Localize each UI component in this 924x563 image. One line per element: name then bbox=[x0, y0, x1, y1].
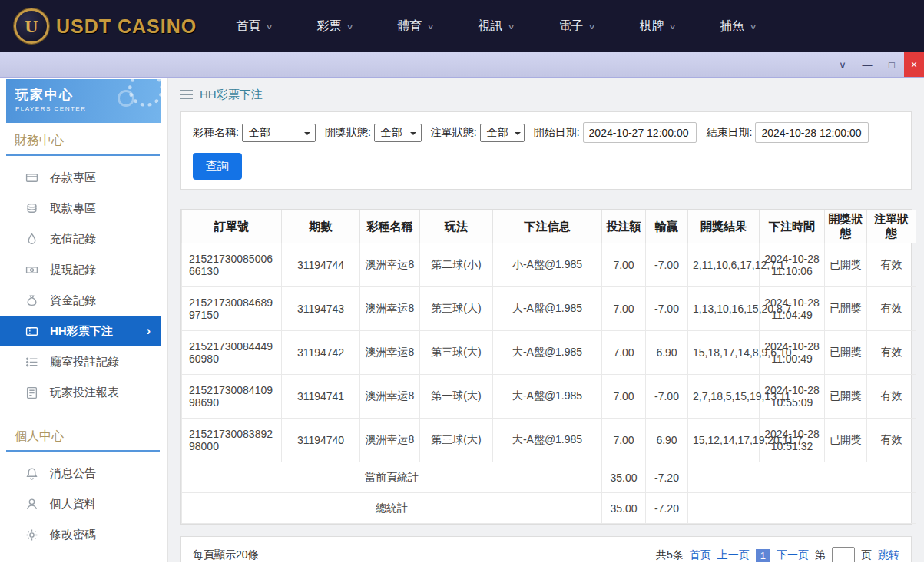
sidebar-item-withdraw[interactable]: 取款專區 bbox=[0, 193, 167, 224]
sidebar-item-label: 充值記錄 bbox=[50, 232, 96, 247]
end-date-input[interactable] bbox=[755, 122, 869, 143]
chevron-down-icon: ∨ bbox=[265, 22, 273, 31]
sidebar-item-hh-lottery-bets[interactable]: HH彩票下注 › bbox=[0, 316, 161, 346]
brand-logo[interactable]: U USDT CASINO bbox=[14, 8, 197, 44]
sidebar-item-funds-records[interactable]: 資金記錄 bbox=[0, 285, 167, 316]
circle-decoration-icon bbox=[118, 90, 134, 107]
sidebar-item-profile[interactable]: 個人資料 bbox=[0, 488, 167, 519]
cell-win-loss: 6.90 bbox=[646, 419, 688, 462]
nav-label: 首頁 bbox=[237, 18, 261, 35]
table-row: 2152173008500666130 31194744 澳洲幸运8 第二球(小… bbox=[182, 243, 916, 287]
next-page-link[interactable]: 下一页 bbox=[777, 548, 809, 562]
chevron-down-icon bbox=[515, 132, 521, 138]
grand-total-bet: 35.00 bbox=[602, 493, 646, 524]
sidebar: 玩家中心 PLAYERS CENTER 財務中心 存款專區 取款專區 充值記錄 … bbox=[0, 78, 168, 562]
nav-item-home[interactable]: 首頁 ∨ bbox=[214, 18, 294, 35]
table-row: 2152173008389298000 31194740 澳洲幸运8 第三球(大… bbox=[182, 419, 916, 462]
table-row: 2152173008410998690 31194741 澳洲幸运8 第一球(大… bbox=[182, 375, 916, 419]
cell-play-type: 第三球(大) bbox=[420, 331, 493, 375]
cell-order-no: 2152173008389298000 bbox=[182, 419, 282, 462]
window-minimize-button[interactable]: — bbox=[855, 52, 879, 77]
col-header-bet-info: 下注信息 bbox=[493, 210, 602, 243]
col-header-order-status: 注單狀態 bbox=[867, 210, 916, 243]
window-chevron-button[interactable]: ∨ bbox=[830, 52, 855, 77]
main-content: HH彩票下注 彩種名稱: 全部 開獎狀態: 全部 注單狀態: 全部 bbox=[168, 78, 924, 562]
cell-bet-info: 大-A盤@1.985 bbox=[493, 287, 602, 331]
page-total-empty bbox=[688, 462, 916, 493]
page-jump-input[interactable] bbox=[832, 547, 855, 562]
wallet-icon bbox=[25, 171, 38, 184]
cell-play-type: 第一球(大) bbox=[420, 375, 493, 419]
money-bag-icon bbox=[25, 294, 38, 307]
chevron-right-icon: › bbox=[147, 324, 151, 338]
gear-icon bbox=[25, 528, 38, 541]
jump-prefix-label: 第 bbox=[815, 548, 826, 562]
ticket-icon bbox=[25, 325, 38, 338]
lottery-name-select[interactable]: 全部 bbox=[242, 124, 316, 142]
nav-item-fishing[interactable]: 捕魚 ∨ bbox=[697, 18, 778, 35]
cell-lottery-name: 澳洲幸运8 bbox=[360, 243, 420, 287]
droplet-icon bbox=[25, 233, 38, 246]
table-row: 2152173008444960980 31194742 澳洲幸运8 第三球(大… bbox=[182, 331, 916, 375]
cell-play-type: 第三球(大) bbox=[420, 419, 493, 462]
cell-lottery-name: 澳洲幸运8 bbox=[360, 287, 420, 331]
cell-order-status: 有效 bbox=[867, 375, 916, 419]
nav-item-sports[interactable]: 體育 ∨ bbox=[375, 18, 455, 35]
search-button[interactable]: 查詢 bbox=[193, 153, 242, 180]
sidebar-item-deposit[interactable]: 存款專區 bbox=[0, 162, 167, 193]
nav-item-lottery[interactable]: 彩票 ∨ bbox=[294, 18, 375, 35]
order-status-value: 全部 bbox=[487, 126, 508, 140]
start-date-input[interactable] bbox=[583, 122, 697, 143]
cell-bet-amount: 7.00 bbox=[602, 419, 646, 462]
bets-table: 訂單號 期數 彩種名稱 玩法 下注信息 投注額 輸贏 開獎結果 下注時間 開獎狀… bbox=[181, 210, 916, 524]
chevron-down-icon: ∨ bbox=[749, 22, 757, 31]
cell-draw-status: 已開獎 bbox=[825, 375, 867, 419]
draw-status-select[interactable]: 全部 bbox=[374, 124, 422, 142]
pager: 共5条 首页 上一页 1 下一页 第 页 跳转 bbox=[656, 547, 899, 562]
window-title-bar: ∨ — □ × bbox=[0, 52, 924, 78]
cell-lottery-name: 澳洲幸运8 bbox=[360, 331, 420, 375]
sidebar-item-announcements[interactable]: 消息公告 bbox=[0, 458, 167, 488]
start-date-label: 開始日期: bbox=[534, 126, 580, 140]
prev-page-link[interactable]: 上一页 bbox=[717, 548, 750, 562]
sidebar-item-cashout-records[interactable]: 提現記錄 bbox=[0, 254, 167, 285]
cell-win-loss: -7.00 bbox=[646, 375, 688, 419]
order-status-select[interactable]: 全部 bbox=[480, 124, 525, 142]
first-page-link[interactable]: 首页 bbox=[690, 548, 711, 562]
nav-item-chess[interactable]: 棋牌 ∨ bbox=[617, 18, 697, 35]
chevron-down-icon: ∨ bbox=[588, 22, 595, 31]
nav-item-live-video[interactable]: 視訊 ∨ bbox=[455, 18, 536, 35]
sidebar-item-label: 個人資料 bbox=[50, 497, 96, 512]
cell-order-status: 有效 bbox=[867, 331, 916, 375]
col-header-win-loss: 輸贏 bbox=[646, 210, 688, 243]
col-header-bet-amount: 投注額 bbox=[602, 210, 646, 243]
chevron-down-icon: ∨ bbox=[426, 22, 434, 31]
cell-issue: 31194740 bbox=[282, 419, 360, 462]
window-maximize-button[interactable]: □ bbox=[879, 52, 904, 77]
col-header-bet-time: 下注時間 bbox=[760, 210, 825, 243]
cell-order-status: 有效 bbox=[867, 243, 916, 287]
sidebar-item-change-password[interactable]: 修改密碼 bbox=[0, 519, 167, 550]
list-icon bbox=[25, 356, 38, 369]
sidebar-item-label: 消息公告 bbox=[50, 466, 96, 481]
page-total-row: 當前頁統計 35.00 -7.20 bbox=[182, 462, 916, 493]
cell-bet-amount: 7.00 bbox=[602, 331, 646, 375]
section-finance-center: 財務中心 bbox=[6, 123, 160, 156]
brand-name: USDT CASINO bbox=[56, 15, 197, 38]
hamburger-menu-icon[interactable] bbox=[180, 89, 193, 100]
chevron-down-icon: ∨ bbox=[668, 22, 676, 31]
sidebar-item-label: 修改密碼 bbox=[50, 528, 96, 542]
sidebar-item-label: 廳室投註記錄 bbox=[50, 355, 119, 369]
nav-item-slots[interactable]: 電子 ∨ bbox=[536, 18, 617, 35]
col-header-draw-result: 開獎結果 bbox=[688, 210, 760, 243]
jump-button[interactable]: 跳转 bbox=[878, 548, 899, 562]
sidebar-item-label: 玩家投注報表 bbox=[50, 386, 119, 400]
window-close-button[interactable]: × bbox=[904, 52, 924, 77]
cell-issue: 31194741 bbox=[282, 375, 360, 419]
grand-total-empty bbox=[688, 493, 916, 524]
sidebar-item-recharge-records[interactable]: 充值記錄 bbox=[0, 224, 167, 254]
col-header-lottery-name: 彩種名稱 bbox=[360, 210, 420, 243]
sidebar-item-player-bet-report[interactable]: 玩家投注報表 bbox=[0, 377, 167, 408]
sidebar-item-hall-bet-records[interactable]: 廳室投註記錄 bbox=[0, 346, 167, 377]
jump-suffix-label: 页 bbox=[861, 548, 872, 562]
